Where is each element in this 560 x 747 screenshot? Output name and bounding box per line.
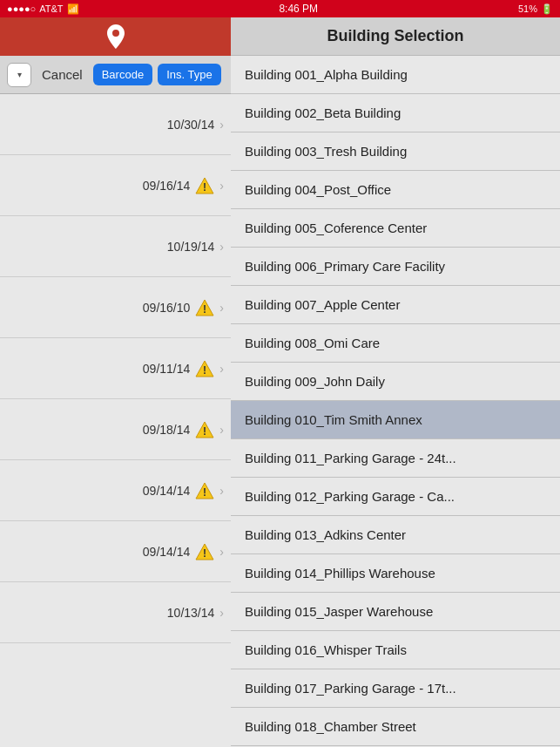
item-date: 09/18/14 (143, 423, 191, 437)
chevron-right-icon: › (219, 301, 224, 315)
building-list-item[interactable]: Building 003_Tresh Building (231, 132, 560, 171)
warning-icon: ! (195, 176, 214, 195)
chevron-right-icon: › (219, 484, 224, 498)
item-date: 10/30/14 (167, 118, 215, 132)
building-label: Building 011_Parking Garage - 24t... (245, 451, 546, 465)
main-layout: ▾ Cancel Barcode Ins. Type 10/30/14›09/1… (0, 17, 560, 747)
building-label: Building 009_John Daily (245, 374, 546, 389)
building-label: Building 014_Phillips Warehouse (245, 566, 546, 581)
building-list-item[interactable]: Building 004_Post_Office (231, 171, 560, 209)
warning-icon: ! (195, 420, 214, 439)
building-label: Building 016_Whisper Trails (245, 642, 546, 657)
status-time: 8:46 PM (279, 3, 318, 15)
dropdown-button[interactable]: ▾ (7, 63, 31, 87)
building-list-item[interactable]: Building 009_John Daily (231, 363, 560, 401)
chevron-right-icon: › (219, 423, 224, 437)
item-date: 09/14/14 (143, 545, 191, 559)
status-right: 51% 🔋 (518, 3, 553, 15)
item-date: 09/14/14 (143, 484, 191, 498)
building-label: Building 013_Adkins Center (245, 527, 546, 542)
building-label: Building 015_Jasper Warehouse (245, 604, 546, 619)
left-list-item[interactable]: 10/30/14› (0, 94, 231, 155)
signal-dots: ●●●●○ (7, 3, 36, 14)
building-list-item[interactable]: Building 017_Parking Garage - 17t... (231, 669, 560, 708)
panel-title: Building Selection (327, 27, 463, 45)
cancel-button[interactable]: Cancel (37, 64, 88, 85)
chevron-right-icon: › (219, 606, 224, 620)
chevron-right-icon: › (219, 362, 224, 376)
building-label: Building 003_Tresh Building (245, 144, 546, 159)
building-list-item[interactable]: Building 010_Tim Smith Annex (231, 401, 560, 439)
building-list-item[interactable]: Building 005_Coference Center (231, 209, 560, 248)
building-label: Building 004_Post_Office (245, 182, 546, 197)
warning-icon: ! (195, 542, 214, 561)
building-label: Building 005_Coference Center (245, 221, 546, 235)
building-label: Building 010_Tim Smith Annex (245, 412, 546, 427)
left-header (0, 17, 231, 56)
barcode-button[interactable]: Barcode (93, 64, 152, 85)
building-list-item[interactable]: Building 018_Chamber Street (231, 708, 560, 746)
left-list-item[interactable]: 10/19/14› (0, 216, 231, 277)
svg-text:!: ! (203, 181, 206, 194)
building-list-item[interactable]: Building 015_Jasper Warehouse (231, 593, 560, 631)
location-pin-icon (107, 24, 125, 49)
building-list-item[interactable]: Building 001_Alpha Building (231, 56, 560, 94)
warning-icon: ! (195, 359, 214, 378)
left-list-item[interactable]: 09/18/14 !› (0, 399, 231, 460)
building-label: Building 002_Beta Building (245, 105, 546, 120)
building-list-item[interactable]: Building 008_Omi Care (231, 324, 560, 363)
right-header: Building Selection (231, 17, 560, 56)
item-date: 09/16/14 (143, 179, 191, 193)
left-list-item[interactable]: 09/14/14 !› (0, 460, 231, 521)
building-label: Building 017_Parking Garage - 17t... (245, 681, 546, 696)
svg-text:!: ! (203, 547, 206, 560)
svg-text:!: ! (203, 486, 206, 499)
left-list-item[interactable]: 09/11/14 !› (0, 338, 231, 399)
building-list-item[interactable]: Building 002_Beta Building (231, 94, 560, 132)
warning-icon: ! (195, 481, 214, 500)
left-list-item[interactable]: 09/14/14 !› (0, 521, 231, 582)
status-left: ●●●●○ AT&T 📶 (7, 3, 79, 15)
status-bar: ●●●●○ AT&T 📶 8:46 PM 51% 🔋 (0, 0, 560, 17)
building-label: Building 012_Parking Garage - Ca... (245, 489, 546, 504)
building-list-item[interactable]: Building 006_Primary Care Facility (231, 248, 560, 286)
building-list-item[interactable]: Building 011_Parking Garage - 24t... (231, 439, 560, 478)
building-label: Building 008_Omi Care (245, 336, 546, 350)
building-list-item[interactable]: Building 016_Whisper Trails (231, 631, 560, 669)
left-panel: ▾ Cancel Barcode Ins. Type 10/30/14›09/1… (0, 17, 231, 747)
building-list-item[interactable]: Building 007_Apple Center (231, 286, 560, 324)
item-date: 10/19/14 (167, 240, 215, 254)
left-toolbar: ▾ Cancel Barcode Ins. Type (0, 56, 231, 94)
item-date: 09/11/14 (143, 362, 191, 376)
chevron-right-icon: › (219, 240, 224, 254)
chevron-right-icon: › (219, 118, 224, 132)
battery-label: 51% (518, 3, 537, 14)
building-label: Building 018_Chamber Street (245, 719, 546, 734)
battery-icon: 🔋 (541, 3, 553, 15)
warning-icon: ! (195, 298, 214, 317)
left-list-item[interactable]: 09/16/10 !› (0, 277, 231, 338)
building-list-item[interactable]: Building 014_Phillips Warehouse (231, 554, 560, 593)
chevron-right-icon: › (219, 545, 224, 559)
item-date: 09/16/10 (143, 301, 191, 315)
building-label: Building 006_Primary Care Facility (245, 259, 546, 274)
right-panel: Building Selection Building 001_Alpha Bu… (231, 17, 560, 747)
building-list-item[interactable]: Building 012_Parking Garage - Ca... (231, 478, 560, 516)
chevron-down-icon: ▾ (17, 70, 22, 79)
left-list: 10/30/14›09/16/14 !›10/19/14›09/16/10 !›… (0, 94, 231, 747)
chevron-right-icon: › (219, 179, 224, 193)
svg-text:!: ! (203, 425, 206, 438)
wifi-icon: 📶 (67, 3, 79, 15)
left-list-item[interactable]: 09/16/14 !› (0, 155, 231, 216)
building-label: Building 001_Alpha Building (245, 67, 546, 82)
building-list[interactable]: Building 001_Alpha BuildingBuilding 002_… (231, 56, 560, 747)
left-list-item[interactable]: 10/13/14› (0, 582, 231, 643)
building-list-item[interactable]: Building 013_Adkins Center (231, 516, 560, 554)
item-date: 10/13/14 (167, 606, 215, 620)
ins-type-button[interactable]: Ins. Type (158, 64, 221, 85)
building-label: Building 007_Apple Center (245, 297, 546, 312)
svg-text:!: ! (203, 303, 206, 316)
carrier-label: AT&T (39, 3, 63, 14)
svg-text:!: ! (203, 364, 206, 377)
